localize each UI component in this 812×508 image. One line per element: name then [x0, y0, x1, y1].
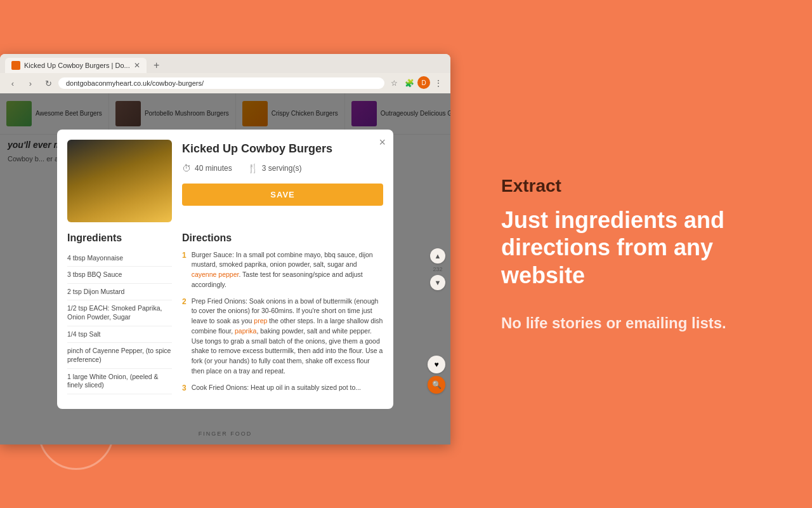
search-button[interactable]: 🔍	[428, 376, 445, 394]
browser-window: Kicked Up Cowboy Burgers | Do... ✕ + ‹ ›…	[0, 54, 450, 444]
fork-icon: 🍴	[247, 163, 258, 173]
scroll-up-button[interactable]: ▲	[430, 248, 445, 264]
direction-3: 3 Cook Fried Onions: Heat up oil in a su…	[182, 383, 383, 393]
direction-num: 3	[182, 384, 187, 393]
ingredient-item: 3 tbsp BBQ Sauce	[67, 267, 172, 284]
ingredient-item: pinch of Cayenne Pepper, (to spice prefe…	[67, 343, 172, 368]
modal-header: Kicked Up Cowboy Burgers ⏱ 40 minutes 🍴 …	[57, 130, 393, 222]
modal-recipe-image	[67, 140, 172, 222]
like-button[interactable]: ♥	[428, 356, 445, 373]
ingredient-item: 4 tbsp Mayonnaise	[67, 250, 172, 267]
browser-actions: ☆ 🧩 D ⋮	[387, 76, 445, 90]
modal-recipe-title: Kicked Up Cowboy Burgers	[182, 142, 383, 156]
modal-time: ⏱ 40 minutes	[182, 163, 232, 173]
tab-favicon	[11, 61, 20, 70]
url-text: dontgobaconmyheart.co.uk/cowboy-burgers/	[66, 79, 204, 87]
tab-title: Kicked Up Cowboy Burgers | Do...	[24, 62, 130, 69]
ingredient-item: 1 large White Onion, (peeled & finely sl…	[67, 369, 172, 394]
address-bar[interactable]: dontgobaconmyheart.co.uk/cowboy-burgers/	[58, 77, 384, 89]
no-stories-label: No life stories or emailing lists.	[501, 314, 774, 332]
forward-button[interactable]: ›	[23, 76, 38, 91]
tab-close-button[interactable]: ✕	[134, 61, 140, 70]
browser-chrome: Kicked Up Cowboy Burgers | Do... ✕ + ‹ ›…	[0, 54, 450, 93]
direction-text: Cook Fried Onions: Heat up oil in a suit…	[192, 383, 361, 393]
ingredient-item: 1/2 tsp EACH: Smoked Paprika, Onion Powd…	[67, 300, 172, 326]
direction-text: Prep Fried Onions: Soak onions in a bowl…	[192, 297, 383, 377]
browser-title-bar: Kicked Up Cowboy Burgers | Do... ✕ +	[0, 54, 450, 73]
clock-icon: ⏱	[182, 163, 191, 173]
modal-overlay: Kicked Up Cowboy Burgers ⏱ 40 minutes 🍴 …	[0, 93, 450, 444]
direction-num: 1	[182, 251, 187, 290]
action-buttons: ♥ 🔍	[428, 356, 445, 394]
extract-label: Extract	[501, 176, 774, 196]
modal-servings: 🍴 3 serving(s)	[247, 163, 302, 173]
direction-text: Burger Sauce: In a small pot combine may…	[192, 250, 383, 290]
right-panel: Extract Just ingredients and directions …	[450, 0, 812, 508]
direction-2: 2 Prep Fried Onions: Soak onions in a bo…	[182, 297, 383, 377]
modal-time-text: 40 minutes	[195, 164, 232, 173]
extract-headline: Just ingredients and directions from any…	[501, 206, 774, 289]
reload-button[interactable]: ↻	[41, 76, 56, 91]
scroll-down-button[interactable]: ▼	[430, 275, 445, 290]
back-button[interactable]: ‹	[5, 76, 20, 91]
extensions-icon[interactable]: 🧩	[402, 76, 416, 90]
modal-body: Ingredients 4 tbsp Mayonnaise 3 tbsp BBQ…	[57, 222, 393, 409]
bookmark-icon[interactable]: ☆	[387, 76, 401, 90]
ingredient-item: 2 tsp Dijon Mustard	[67, 284, 172, 301]
ingredients-title: Ingredients	[67, 232, 172, 244]
recipe-modal: Kicked Up Cowboy Burgers ⏱ 40 minutes 🍴 …	[57, 130, 393, 409]
modal-title-area: Kicked Up Cowboy Burgers ⏱ 40 minutes 🍴 …	[182, 140, 383, 222]
save-button[interactable]: SAVE	[182, 184, 383, 206]
ingredient-item: 1/4 tsp Salt	[67, 326, 172, 344]
directions-title: Directions	[182, 232, 383, 244]
direction-1: 1 Burger Sauce: In a small pot combine m…	[182, 250, 383, 290]
directions-column: Directions 1 Burger Sauce: In a small po…	[182, 232, 383, 399]
direction-num: 2	[182, 297, 187, 377]
new-tab-button[interactable]: +	[149, 58, 164, 73]
website-content: Awesome Beet Burgers Portobello Mushroom…	[0, 93, 450, 444]
profile-icon[interactable]: D	[417, 76, 430, 89]
menu-icon[interactable]: ⋮	[431, 76, 445, 90]
ingredients-column: Ingredients 4 tbsp Mayonnaise 3 tbsp BBQ…	[67, 232, 172, 399]
like-count: 232	[430, 266, 445, 272]
modal-meta: ⏱ 40 minutes 🍴 3 serving(s)	[182, 163, 383, 173]
browser-tab[interactable]: Kicked Up Cowboy Burgers | Do... ✕	[5, 58, 147, 73]
browser-controls: ‹ › ↻ dontgobaconmyheart.co.uk/cowboy-bu…	[0, 73, 450, 93]
modal-close-button[interactable]: ×	[379, 136, 386, 149]
modal-servings-text: 3 serving(s)	[262, 164, 302, 173]
scroll-controls: ▲ 232 ▼	[430, 248, 445, 290]
